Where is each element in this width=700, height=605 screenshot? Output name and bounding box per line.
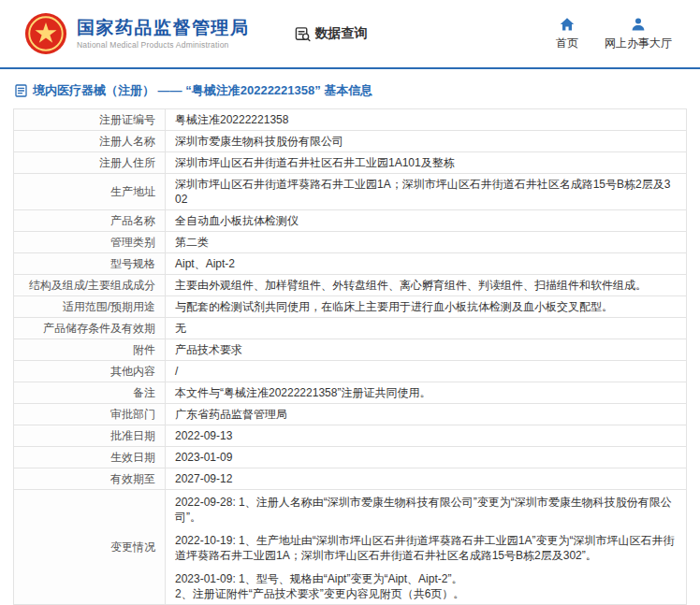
row-value: 全自动血小板抗体检测仪 [166,210,687,232]
row-label: 管理类别 [14,232,166,253]
row-label: 产品名称 [14,210,166,232]
row-label: 附件 [14,339,166,361]
row-value: 2022-09-13 [166,425,687,447]
table-row: 生效日期 2023-01-09 [14,447,687,468]
row-value: 粤械注准20222221358 [166,109,687,131]
row-value: 无 [166,318,687,339]
row-label: 其他内容 [14,361,166,382]
table-row: 备注 本文件与“粤械注准20222221358”注册证共同使用。 [14,382,687,404]
table-row: 管理类别 第二类 [14,232,687,253]
row-value: 2023-01-09 [166,447,687,468]
change-entry: 2022-09-28: 1、注册人名称由“深圳市爱康生物科技有限公司”变更为“深… [175,495,677,525]
table-row: 注册证编号 粤械注准20222221358 [14,109,687,131]
data-query-icon [295,26,311,42]
table-row: 注册人住所 深圳市坪山区石井街道石井社区石井工业园1A101及整栋 [14,152,687,174]
row-label: 有效期至 [14,468,166,490]
row-value: / [166,361,687,382]
row-value: 广东省药品监督管理局 [166,404,687,425]
row-label: 变更情况 [14,490,166,605]
row-label: 注册证编号 [14,109,166,131]
data-query-label: 数据查询 [315,25,368,42]
row-value: 与配套的检测试剂共同使用，在临床上主要用于进行血小板抗体检测及血小板交叉配型。 [166,296,687,318]
table-row: 有效期至 2027-09-12 [14,468,687,490]
table-row: 生产地址 深圳市坪山区石井街道坪葵路石井工业园1A；深圳市坪山区石井街道石井社区… [14,174,687,210]
change-history-value: 2022-09-28: 1、注册人名称由“深圳市爱康生物科技有限公司”变更为“深… [166,490,687,605]
site-header: 国家药品监督管理局 National Medical Products Admi… [0,0,700,67]
row-value: 主要由外观组件、加样臂组件、外转盘组件、离心孵育组件、判读组件、扫描组件和软件组… [166,275,687,296]
nav-data-query[interactable]: 数据查询 [295,25,368,42]
row-value: 产品技术要求 [166,339,687,361]
row-label: 备注 [14,382,166,404]
row-label: 注册人住所 [14,152,166,174]
table-row: 产品储存条件及有效期 无 [14,318,687,339]
row-label: 产品储存条件及有效期 [14,318,166,339]
change-entry: 2023-01-09: 1、型号、规格由“Aipt”变更为“Aipt、Aipt-… [175,571,677,601]
row-value: 第二类 [166,232,687,253]
table-row-change-history: 变更情况 2022-09-28: 1、注册人名称由“深圳市爱康生物科技有限公司”… [14,490,687,605]
row-value: 本文件与“粤械注准20222221358”注册证共同使用。 [166,382,687,404]
org-name: 国家药品监督管理局 [77,18,250,38]
row-label: 审批部门 [14,404,166,425]
table-row: 其他内容 / [14,361,687,382]
row-label: 注册人名称 [14,131,166,152]
main-content: 境内医疗器械（注册） —— “粤械注准20222221358” 基本信息 注册证… [0,69,700,605]
nav-home-label: 首页 [556,36,578,51]
table-row: 附件 产品技术要求 [14,339,687,361]
table-row: 批准日期 2022-09-13 [14,425,687,447]
row-value: 深圳市坪山区石井街道石井社区石井工业园1A101及整栋 [166,152,687,174]
nav-home[interactable]: 首页 [556,17,578,51]
row-label: 结构及组成/主要组成成分 [14,275,166,296]
row-label: 生效日期 [14,447,166,468]
table-row: 注册人名称 深圳市爱康生物科技股份有限公司 [14,131,687,152]
row-label: 生产地址 [14,174,166,210]
nav-online-hall-label: 网上办事大厅 [605,36,672,51]
row-value: 2027-09-12 [166,468,687,490]
row-label: 批准日期 [14,425,166,447]
table-row: 适用范围/预期用途 与配套的检测试剂共同使用，在临床上主要用于进行血小板抗体检测… [14,296,687,318]
breadcrumb-text: 境内医疗器械（注册） —— “粤械注准20222221358” 基本信息 [33,82,372,99]
row-value: 深圳市坪山区石井街道坪葵路石井工业园1A；深圳市坪山区石井街道石井社区名成路15… [166,174,687,210]
row-value: 深圳市爱康生物科技股份有限公司 [166,131,687,152]
breadcrumb: 境内医疗器械（注册） —— “粤械注准20222221358” 基本信息 [15,82,687,99]
nav-online-hall[interactable]: 网上办事大厅 [605,17,672,51]
row-label: 适用范围/预期用途 [14,296,166,318]
registration-info-table: 注册证编号 粤械注准20222221358 注册人名称 深圳市爱康生物科技股份有… [13,108,687,605]
change-entry: 2022-10-19: 1、生产地址由“深圳市坪山区石井街道坪葵路石井工业园1A… [175,533,677,563]
table-row: 产品名称 全自动血小板抗体检测仪 [14,210,687,232]
row-label: 型号规格 [14,253,166,275]
person-icon [631,17,646,32]
national-emblem-icon [24,12,67,55]
table-row: 结构及组成/主要组成成分 主要由外观组件、加样臂组件、外转盘组件、离心孵育组件、… [14,275,687,296]
row-value: Aipt、Aipt-2 [166,253,687,275]
home-icon [560,17,575,32]
header-nav: 首页 网上办事大厅 [556,17,672,51]
table-row: 型号规格 Aipt、Aipt-2 [14,253,687,275]
org-name-en: National Medical Products Administration [77,40,250,50]
nmpa-logo[interactable]: 国家药品监督管理局 National Medical Products Admi… [24,12,250,55]
table-row: 审批部门 广东省药品监督管理局 [14,404,687,425]
document-icon [15,84,27,97]
